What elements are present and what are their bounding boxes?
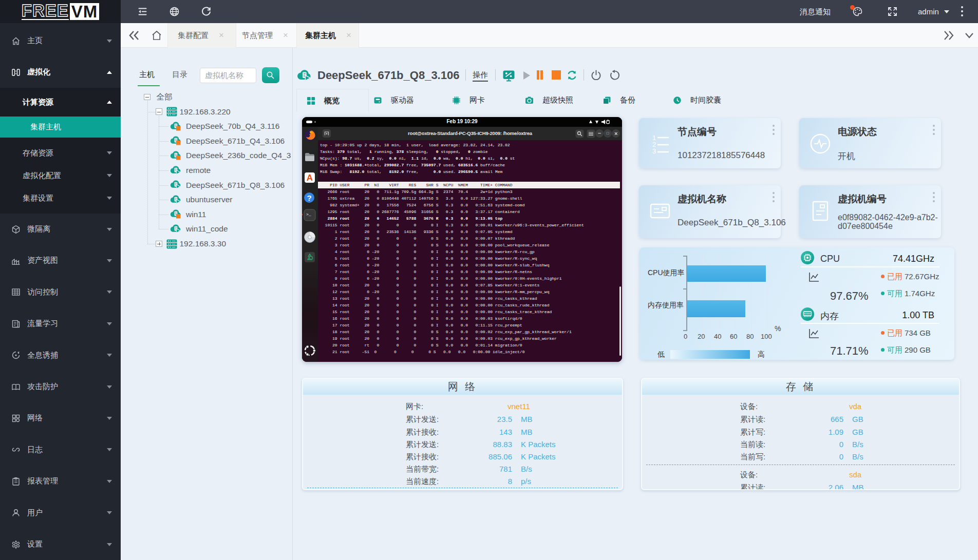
svg-text:A: A xyxy=(307,173,313,183)
svg-text:3: 3 xyxy=(652,147,656,155)
svg-text:?: ? xyxy=(307,194,311,202)
svg-text:>_: >_ xyxy=(306,212,311,217)
